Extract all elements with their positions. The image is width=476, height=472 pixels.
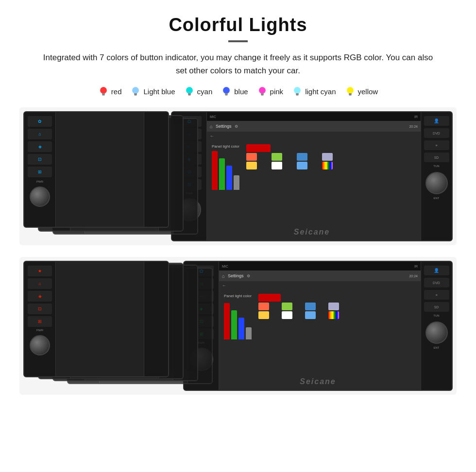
ent-label-bottom: ENT [434, 346, 440, 349]
settings-gear-top[interactable]: ⚙ [235, 124, 238, 129]
rbtn-sd-bottom: SD [424, 302, 449, 312]
main-right-panel-bottom: 👤 DVD ≡ SD TUN ENT [421, 262, 452, 390]
sd-label-top: SD [434, 156, 439, 159]
color-label-lightblue: Light blue [143, 87, 175, 96]
color-label-lightcyan: light cyan [305, 87, 336, 96]
color-strips-top [212, 151, 239, 190]
back-btn-top[interactable]: ← [207, 132, 421, 140]
main-unit-bottom: ✿ ⌂ ← ◈ ⊡ [183, 261, 453, 391]
gcell-g2-b[interactable] [282, 303, 292, 310]
rknob-bottom[interactable] [425, 321, 448, 344]
grid-cell-g2[interactable] [272, 153, 282, 161]
main-screen-area-top: MIC IR ⌂ Settings ⚙ 20:24 [207, 112, 421, 240]
btn-multi-1: ⊞ [28, 167, 52, 177]
color-grid-top [246, 144, 346, 169]
rknob-top[interactable] [425, 172, 448, 194]
panel-light-content-top: Panel light color [207, 140, 421, 194]
rbtn-eq-bottom: ≡ [424, 290, 449, 300]
bt-icon-b1: ★ [37, 268, 43, 274]
svg-rect-15 [225, 95, 228, 96]
android-icon-1: ◈ [37, 144, 43, 150]
btn-bluetooth-1: ✿ [28, 116, 52, 127]
main-settings-bar-top: ⌂ Settings ⚙ 20:24 [207, 121, 421, 132]
stacked-units-bottom: ✿ ⌂ ◈ ⊡ ⊞ PWR [23, 261, 218, 391]
color-strips-bottom [224, 301, 252, 339]
strip-gray-top [234, 175, 239, 190]
rbtn-dvd-bottom: DVD [424, 278, 449, 287]
gcell-r2-b[interactable] [258, 303, 269, 310]
bluetooth-icon-1: ✿ [37, 118, 43, 124]
gcell-p1-b[interactable] [328, 294, 339, 302]
back-btn-bottom[interactable]: ← [219, 281, 421, 290]
main-right-panel-top: 👤 DVD ≡ SD TUN ENT [421, 112, 452, 240]
knob-1[interactable] [30, 186, 50, 207]
panel-right-top [246, 144, 346, 169]
a-icon-b1: ◈ [37, 293, 43, 299]
grid-cell-r3[interactable] [246, 162, 257, 169]
tun-label-bottom: TUN [433, 314, 439, 317]
left-panel-b1: ★ ⌂ ◈ ⊡ ⊞ PWR [24, 262, 56, 376]
color-item-yellow: yellow [345, 86, 378, 97]
settings-gear-bottom[interactable]: ⚙ [247, 274, 250, 278]
gcell-rainbow-b[interactable] [328, 311, 339, 319]
dvd-label-bottom: DVD [433, 281, 440, 285]
gcell-g3-b[interactable] [282, 311, 292, 319]
main-unit-top: ✿ ⌂ ← ◈ ⊡ [171, 111, 453, 241]
gcell-g1-b[interactable] [282, 294, 292, 302]
rbtn-dvd-top: DVD [424, 128, 449, 138]
color-item-cyan: cyan [184, 86, 213, 97]
svg-rect-6 [134, 93, 137, 95]
settings-label-top: Settings [216, 124, 232, 129]
strip-green-top [219, 158, 225, 190]
grid-cell-big-red[interactable] [246, 144, 271, 152]
home-btn-top[interactable]: ⌂ [210, 124, 213, 129]
gcell-b2-b[interactable] [305, 303, 316, 310]
grid-cell-b2[interactable] [297, 153, 307, 161]
grid-cell-rainbow[interactable] [322, 162, 333, 169]
ir-label-top: IR [414, 115, 418, 118]
bulb-icon-red [98, 86, 109, 97]
stacked-units-top: ✿ ⌂ ◈ ⊡ ⊞ PWR [23, 111, 198, 241]
btn-c-b1: ⊡ [28, 303, 52, 314]
gcell-p2-b[interactable] [328, 303, 339, 310]
gcell-b3-b[interactable] [305, 311, 316, 319]
knob-b1[interactable] [30, 335, 50, 355]
main-screen-area-bottom: MIC IR ⌂ Settings ⚙ 20:24 [219, 262, 421, 390]
grid-cell-p2[interactable] [322, 153, 333, 161]
settings-label-bottom: Settings [228, 273, 244, 278]
grid-cell-b3[interactable] [297, 162, 307, 169]
mic-label-top: MIC [210, 115, 216, 118]
svg-rect-11 [188, 95, 190, 96]
bulb-icon-blue [221, 86, 232, 97]
grid-cell-g3[interactable] [272, 162, 282, 169]
gcell-big-red-b[interactable] [258, 294, 281, 302]
svg-point-5 [133, 88, 138, 93]
color-label-pink: pink [270, 87, 284, 96]
page-container: Colorful Lights Integrated with 7 colors… [0, 0, 476, 421]
bulb-icon-cyan [184, 86, 195, 97]
grid-cell-g1[interactable] [272, 144, 282, 152]
main-unit-inner-top: ✿ ⌂ ← ◈ ⊡ [171, 111, 453, 241]
color-item-red: red [98, 86, 122, 97]
eq-icon-top: ≡ [435, 144, 437, 147]
grid-cell-r2[interactable] [246, 153, 257, 161]
main-top-strip-bottom: MIC IR [219, 262, 421, 270]
grid-cell-p1[interactable] [322, 144, 333, 152]
strip-red-top [212, 151, 218, 190]
color-item-blue: blue [221, 86, 248, 97]
strip-blue-bottom [238, 318, 244, 339]
btn-home-b1: ⌂ [28, 278, 52, 289]
grid-cell-b1[interactable] [297, 144, 307, 152]
stacked-unit-b1: ★ ⌂ ◈ ⊡ ⊞ PWR [23, 261, 169, 377]
home-btn-bottom[interactable]: ⌂ [222, 273, 225, 279]
home-icon-b1: ⌂ [37, 281, 43, 287]
camera-icon-1: ⊡ [37, 156, 43, 162]
color-grid-bottom [258, 294, 351, 319]
title-divider [228, 40, 248, 42]
svg-rect-3 [102, 95, 104, 96]
back-arrow-bottom: ← [222, 283, 226, 288]
gcell-r3-b[interactable] [258, 311, 269, 319]
top-section: ✿ ⌂ ◈ ⊡ ⊞ PWR [19, 107, 457, 245]
strip-blue-top [226, 166, 232, 190]
gcell-b1-b[interactable] [305, 294, 316, 302]
